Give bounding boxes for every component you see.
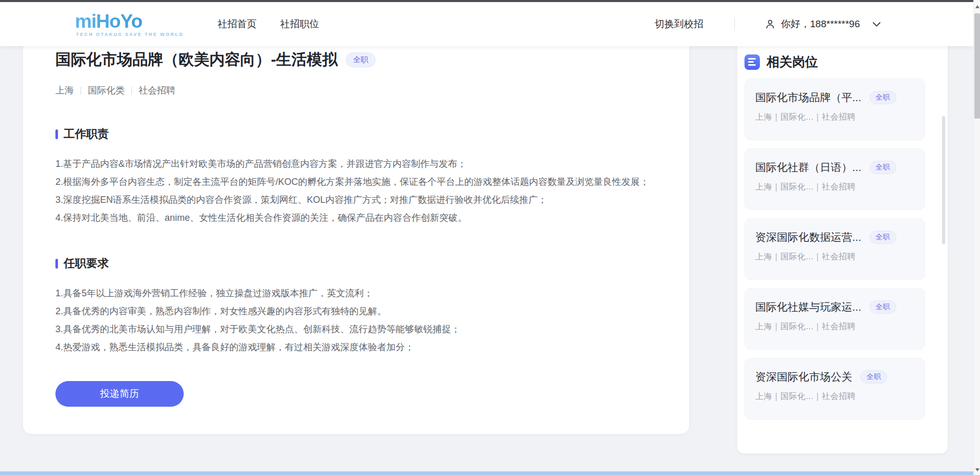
list-item: 3.具备优秀的北美市场认知与用户理解，对于欧美文化热点、创新科技、流行趋势等能够… bbox=[55, 320, 658, 338]
related-job-badge: 全职 bbox=[860, 370, 887, 384]
related-job-meta: 上海｜国际化...｜社会招聘 bbox=[755, 112, 914, 123]
job-title-row: 国际化市场品牌（欧美内容向）-生活模拟 全职 bbox=[55, 50, 658, 69]
section-title: 工作职责 bbox=[64, 126, 109, 142]
list-item: 2.根据海外多平台内容生态，制定各主流平台的矩阵号/KOC的孵化方案并落地实施，… bbox=[55, 173, 658, 191]
related-job-title: 国际化社媒与玩家运... bbox=[755, 300, 861, 314]
user-menu[interactable]: 你好，188******96 bbox=[765, 17, 881, 31]
related-job-title: 资深国际化数据运营... bbox=[755, 230, 861, 244]
related-job-title: 国际化市场品牌（平... bbox=[755, 90, 861, 105]
related-job-card[interactable]: 资深国际化数据运营... 全职 上海｜国际化...｜社会招聘 bbox=[744, 218, 925, 280]
related-job-badge: 全职 bbox=[870, 300, 896, 314]
section-title: 任职要求 bbox=[64, 256, 109, 271]
job-type-badge: 全职 bbox=[346, 52, 376, 67]
site-header: miHoYo TECH OTAKUS SAVE THE WORLD 社招首页 社… bbox=[0, 2, 973, 46]
nav-item-social-home[interactable]: 社招首页 bbox=[218, 17, 257, 31]
related-job-card[interactable]: 国际化市场品牌（平... 全职 上海｜国际化...｜社会招聘 bbox=[744, 79, 925, 140]
scrollbar-thumb[interactable] bbox=[974, 13, 980, 119]
section-marker bbox=[55, 129, 58, 139]
related-job-meta: 上海｜国际化...｜社会招聘 bbox=[755, 252, 914, 262]
list-item: 3.深度挖掘EN语系生活模拟品类的内容合作资源，策划网红、KOL内容推广方式；对… bbox=[55, 191, 658, 209]
scrollbar-up-arrow[interactable] bbox=[974, 3, 980, 10]
related-job-meta: 上海｜国际化...｜社会招聘 bbox=[755, 182, 914, 193]
job-meta-row: 上海 国际化类 社会招聘 bbox=[55, 84, 658, 97]
related-job-badge: 全职 bbox=[870, 161, 896, 174]
related-job-card[interactable]: 国际化社群（日语）... 全职 上海｜国际化...｜社会招聘 bbox=[744, 148, 925, 210]
user-greeting: 你好，188******96 bbox=[781, 17, 860, 31]
related-job-card[interactable]: 资深国际化市场公关 全职 上海｜国际化...｜社会招聘 bbox=[744, 358, 925, 420]
list-item: 4.保持对北美当地、前沿、anime、女性生活化相关合作资源的关注，确保产品在内… bbox=[55, 209, 658, 227]
list-item: 1.具备5年以上游戏海外营销工作经验，独立操盘过游戏版本推广，英文流利； bbox=[55, 284, 658, 302]
mihoyo-logo[interactable]: miHoYo TECH OTAKUS SAVE THE WORLD bbox=[75, 12, 184, 37]
related-job-title-row: 国际化社群（日语）... 全职 bbox=[755, 160, 914, 175]
user-icon bbox=[765, 18, 776, 30]
responsibilities-list: 1.基于产品内容&市场情况产出针对欧美市场的产品营销创意内容方案，并跟进官方内容… bbox=[55, 155, 658, 227]
header-right-group: 切换到校招 你好，188******96 bbox=[655, 17, 881, 31]
related-job-title-row: 国际化市场品牌（平... 全职 bbox=[755, 90, 914, 105]
job-meta-category: 国际化类 bbox=[88, 84, 125, 97]
related-job-title: 国际化社群（日语）... bbox=[755, 160, 861, 175]
header-divider bbox=[734, 17, 735, 31]
related-jobs-heading: 相关岗位 bbox=[744, 53, 925, 70]
meta-divider bbox=[81, 87, 81, 94]
job-meta-location: 上海 bbox=[55, 84, 74, 97]
bottom-blue-strip bbox=[0, 471, 973, 475]
job-title: 国际化市场品牌（欧美内容向）-生活模拟 bbox=[55, 50, 338, 69]
related-job-badge: 全职 bbox=[870, 231, 896, 244]
related-job-meta: 上海｜国际化...｜社会招聘 bbox=[755, 321, 914, 332]
related-job-card[interactable]: 国际化社媒与玩家运... 全职 上海｜国际化...｜社会招聘 bbox=[744, 288, 925, 350]
job-meta-recruit-type: 社会招聘 bbox=[139, 84, 175, 97]
list-item: 4.热爱游戏，熟悉生活模拟品类，具备良好的游戏理解，有过相关游戏深度体验者加分； bbox=[55, 338, 658, 356]
requirements-list: 1.具备5年以上游戏海外营销工作经验，独立操盘过游戏版本推广，英文流利； 2.具… bbox=[55, 284, 658, 356]
meta-divider bbox=[131, 87, 132, 94]
related-job-title: 资深国际化市场公关 bbox=[755, 370, 852, 384]
chevron-down-icon bbox=[872, 22, 881, 27]
job-detail-card: 国际化市场品牌（欧美内容向）-生活模拟 全职 上海 国际化类 社会招聘 工作职责… bbox=[23, 31, 689, 434]
related-job-title-row: 资深国际化数据运营... 全职 bbox=[755, 230, 914, 244]
list-item: 2.具备优秀的内容审美，熟悉内容制作，对女性感兴趣的内容形式有独特的见解。 bbox=[55, 302, 658, 320]
document-icon bbox=[744, 54, 760, 70]
related-jobs-title: 相关岗位 bbox=[767, 53, 818, 70]
apply-resume-button[interactable]: 投递简历 bbox=[55, 381, 184, 407]
related-jobs-panel: 相关岗位 国际化市场品牌（平... 全职 上海｜国际化...｜社会招聘 国际化社… bbox=[737, 36, 948, 453]
related-job-title-row: 国际化社媒与玩家运... 全职 bbox=[755, 300, 914, 314]
section-heading-requirements: 任职要求 bbox=[55, 256, 658, 271]
list-item: 1.基于产品内容&市场情况产出针对欧美市场的产品营销创意内容方案，并跟进官方内容… bbox=[55, 155, 658, 173]
section-marker bbox=[55, 259, 58, 269]
header-nav: 社招首页 社招职位 bbox=[218, 17, 319, 31]
related-job-badge: 全职 bbox=[870, 91, 896, 104]
switch-to-campus-link[interactable]: 切换到校招 bbox=[655, 17, 703, 31]
section-heading-responsibilities: 工作职责 bbox=[55, 126, 658, 142]
mihoyo-logo-tagline: TECH OTAKUS SAVE THE WORLD bbox=[76, 32, 184, 37]
scrollbar-down-arrow[interactable] bbox=[974, 466, 980, 473]
mihoyo-logo-text: miHoYo bbox=[75, 12, 184, 31]
related-job-title-row: 资深国际化市场公关 全职 bbox=[755, 370, 914, 384]
sidebar-scrollbar-thumb[interactable] bbox=[942, 116, 945, 244]
page-scrollbar[interactable] bbox=[973, 0, 980, 475]
window-top-strip bbox=[0, 0, 980, 2]
nav-item-social-jobs[interactable]: 社招职位 bbox=[280, 17, 319, 31]
related-job-meta: 上海｜国际化...｜社会招聘 bbox=[755, 391, 914, 402]
